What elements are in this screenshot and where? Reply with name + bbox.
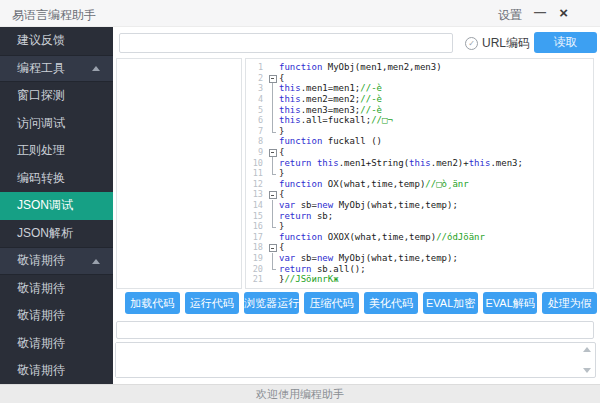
line-number: 9 (246, 147, 268, 157)
code-text: function MyObj(men1,men2,men3) (279, 62, 442, 72)
result-panel[interactable] (116, 58, 242, 289)
action-button-row: 加载代码运行代码浏览器运行压缩代码美化代码EVAL加密EVAL解码处理为假 (125, 292, 597, 314)
code-line: 6this.all=fuckall;//□¬ (246, 115, 593, 126)
line-number: 14 (246, 200, 268, 210)
action-button-browser-run[interactable]: 浏览器运行 (244, 292, 299, 314)
sidebar-item-label: 窗口探测 (17, 87, 65, 104)
sidebar-item-label: JSON调试 (17, 197, 73, 214)
code-line: 13{ (246, 189, 593, 200)
app-title: 易语言编程助手 (12, 7, 96, 24)
sidebar-item-json-debug[interactable]: JSON调试 (0, 192, 113, 220)
code-text: function OXOX(what,time,temp)//ódJöänr (279, 232, 485, 242)
code-text: } (279, 126, 284, 136)
fold-marker-icon (268, 115, 279, 126)
fold-marker-icon (268, 263, 279, 274)
code-line: 2{ (246, 73, 593, 84)
action-button-beautify-code[interactable]: 美化代码 (364, 292, 419, 314)
output-box (115, 342, 596, 378)
minimize-button[interactable]: — (534, 5, 546, 19)
code-line: 18{ (246, 242, 593, 253)
close-button[interactable]: × (559, 4, 568, 21)
code-line: 1function MyObj(men1,men2,men3) (246, 62, 593, 73)
url-encode-toggle[interactable]: ✓ URL编码 (465, 35, 530, 52)
fold-gutter (268, 232, 279, 243)
fold-gutter (268, 274, 279, 285)
action-button-process-fake[interactable]: 处理为假 (542, 292, 597, 314)
line-number: 1 (246, 62, 268, 72)
sidebar-item-tools-group[interactable]: 编程工具 (0, 55, 113, 83)
code-text: }//JSöиnrКж (279, 274, 339, 284)
sidebar-item-encode-convert[interactable]: 编码转换 (0, 165, 113, 193)
app-window: 易语言编程助手 设置 — × 建议反馈编程工具窗口探测访问调试正则处理编码转换J… (0, 0, 600, 403)
sidebar-item-regex-process[interactable]: 正则处理 (0, 137, 113, 165)
sidebar-item-window-detect[interactable]: 窗口探测 (0, 82, 113, 110)
line-number: 18 (246, 242, 268, 252)
code-line: 15return sb; (246, 210, 593, 221)
sidebar-item-json-parse[interactable]: JSON解析 (0, 220, 113, 248)
sidebar-item-label: 敬请期待 (17, 307, 65, 324)
code-editor[interactable]: 1function MyObj(men1,men2,men3)2{3this.m… (245, 58, 594, 289)
sidebar-item-coming-2[interactable]: 敬请期待 (0, 302, 113, 330)
fold-marker-icon[interactable] (268, 147, 279, 158)
fold-gutter (268, 179, 279, 190)
code-line: 10return this.men1+String(this.men2)+thi… (246, 157, 593, 168)
sidebar-item-coming-3[interactable]: 敬请期待 (0, 330, 113, 358)
fold-gutter (268, 62, 279, 73)
title-bar: 易语言编程助手 设置 — × (0, 0, 600, 27)
line-number: 7 (246, 126, 268, 136)
action-button-eval-decode[interactable]: EVAL解码 (483, 292, 538, 314)
read-button[interactable]: 读取 (534, 32, 597, 53)
action-button-compress-code[interactable]: 压缩代码 (304, 292, 359, 314)
action-button-load-code[interactable]: 加载代码 (125, 292, 180, 314)
fold-marker-icon[interactable] (268, 242, 279, 253)
sidebar: 建议反馈编程工具窗口探测访问调试正则处理编码转换JSON调试JSON解析敬请期待… (0, 27, 113, 384)
code-line: 8function fuckall () (246, 136, 593, 147)
sidebar-item-label: 敬请期待 (17, 335, 65, 352)
collapse-arrow-icon (92, 66, 100, 71)
sidebar-item-feedback[interactable]: 建议反馈 (0, 27, 113, 55)
sidebar-item-coming-1[interactable]: 敬请期待 (0, 275, 113, 303)
line-number: 6 (246, 115, 268, 125)
code-text: function fuckall () (279, 136, 382, 146)
scroll-up-icon[interactable] (583, 347, 591, 352)
sidebar-item-coming-4[interactable]: 敬请期待 (0, 357, 113, 384)
code-text: } (279, 168, 284, 178)
line-number: 4 (246, 94, 268, 104)
line-number: 10 (246, 158, 268, 168)
code-text: { (279, 73, 284, 83)
settings-button[interactable]: 设置 (498, 7, 522, 24)
action-button-eval-encrypt[interactable]: EVAL加密 (423, 292, 478, 314)
sidebar-item-label: 编程工具 (17, 60, 65, 77)
code-line: 21}//JSöиnrКж (246, 274, 593, 285)
action-button-run-code[interactable]: 运行代码 (185, 292, 240, 314)
sidebar-item-label: 敬请期待 (17, 362, 65, 379)
collapse-arrow-icon (92, 259, 100, 264)
code-text: return sb; (279, 211, 333, 221)
line-number: 21 (246, 274, 268, 284)
sidebar-item-label: 敬请期待 (17, 252, 65, 269)
scroll-down-icon[interactable] (583, 368, 591, 373)
url-input[interactable] (119, 33, 453, 53)
line-number: 17 (246, 232, 268, 242)
fold-marker-icon[interactable] (268, 73, 279, 84)
code-text: return this.men1+String(this.men2)+this.… (279, 158, 523, 168)
fold-marker-icon (268, 210, 279, 221)
fold-marker-icon (268, 157, 279, 168)
status-bar: 欢迎使用编程助手 (0, 384, 600, 403)
code-line: 3this.men1=men1;//-è (246, 83, 593, 94)
code-line: 7} (246, 126, 593, 137)
textarea-scrollbar[interactable] (581, 343, 595, 377)
fold-marker-icon (268, 253, 279, 264)
secondary-input[interactable] (116, 321, 594, 339)
sidebar-item-label: JSON解析 (17, 225, 73, 242)
fold-marker-icon[interactable] (268, 189, 279, 200)
code-line: 16} (246, 221, 593, 232)
code-text: { (279, 242, 284, 252)
sidebar-item-label: 编码转换 (17, 170, 65, 187)
output-textarea[interactable] (116, 343, 581, 377)
sidebar-item-access-debug[interactable]: 访问调试 (0, 110, 113, 138)
sidebar-item-coming-group[interactable]: 敬请期待 (0, 247, 113, 275)
sidebar-item-label: 正则处理 (17, 142, 65, 159)
fold-marker-icon (268, 168, 279, 179)
fold-marker-icon (268, 94, 279, 105)
